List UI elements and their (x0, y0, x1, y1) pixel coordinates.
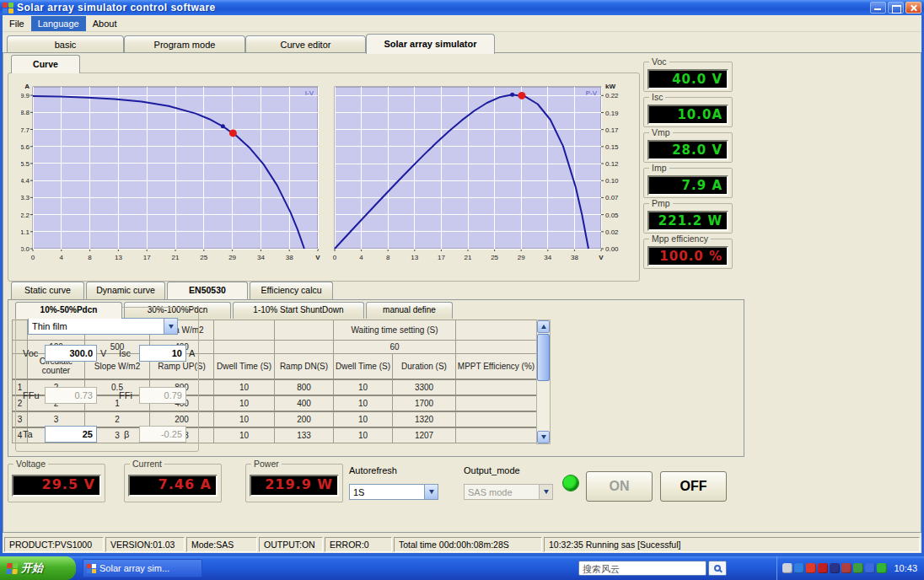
svg-text:38: 38 (286, 254, 293, 261)
isc-input[interactable] (139, 345, 186, 362)
tab-dynamic-curve[interactable]: Dynamic curve (86, 282, 165, 299)
shield-green-icon[interactable] (877, 563, 887, 573)
taskbar-item-solar-array[interactable]: Solar array sim... (83, 559, 202, 577)
output-display-value: 219.9 W (250, 475, 339, 497)
security-alert-icon[interactable] (806, 563, 816, 573)
tab-curve-editor[interactable]: Curve editor (245, 35, 366, 53)
tab-basic[interactable]: basic (7, 35, 124, 53)
search-input[interactable]: 搜索风云 (578, 561, 706, 576)
off-button[interactable]: OFF (660, 471, 727, 502)
window-edge (0, 15, 3, 553)
tab-curve[interactable]: Curve (11, 55, 80, 73)
tray-icons (782, 563, 887, 573)
preset-select[interactable]: Thin film (28, 318, 178, 335)
taskbar-clock: 10:43 (890, 563, 921, 573)
en50530-page: 10%-50%Pdcn 30%-100%Pdcn 1-10% Start Shu… (8, 299, 744, 457)
menu-about[interactable]: About (86, 16, 124, 31)
svg-text:2.2: 2.2 (21, 212, 30, 219)
tab-solar-array-simulator[interactable]: Solar array simulator (366, 34, 495, 54)
measurement-value: 100.0 % (647, 246, 728, 266)
table-scrollbar[interactable] (536, 320, 551, 444)
svg-text:13: 13 (411, 254, 418, 261)
autorefresh-value: 1S (350, 487, 424, 497)
svg-text:3.3: 3.3 (21, 194, 30, 201)
scroll-up-icon[interactable] (537, 320, 550, 333)
measurement-label: Voc (649, 56, 669, 67)
svg-text:25: 25 (200, 254, 207, 261)
svg-text:8: 8 (386, 254, 390, 261)
taskbar-search-toolbar: 搜索风云 (578, 561, 727, 576)
window-title: Solar array simulator control software (17, 2, 216, 13)
svg-text:0: 0 (333, 254, 337, 261)
svg-text:21: 21 (465, 254, 472, 261)
svg-text:6.6: 6.6 (21, 143, 30, 151)
menu-bar: File Language About (3, 15, 921, 32)
start-button[interactable]: 开始 (0, 556, 76, 580)
svg-text:I-V: I-V (305, 89, 314, 97)
tab-efficiency-calcu[interactable]: Efficiency calcu (250, 282, 333, 299)
update-icon[interactable] (841, 563, 851, 573)
tab-en50530[interactable]: EN50530 (167, 282, 248, 299)
measurement-isc: Isc10.0A (643, 97, 733, 127)
scrollbar-thumb[interactable] (537, 334, 550, 381)
tab-program-mode[interactable]: Program mode (124, 35, 245, 53)
svg-text:0.12: 0.12 (605, 160, 619, 168)
output-display-voltage: Voltage29.5 V (8, 464, 105, 502)
search-button[interactable] (708, 561, 727, 576)
tab-manual-define[interactable]: manual define (366, 302, 453, 319)
on-button[interactable]: ON (586, 471, 653, 502)
close-button[interactable] (905, 2, 921, 13)
ffu-input (45, 387, 97, 404)
messenger-icon[interactable] (830, 563, 840, 573)
tab-1-10-start-shutdown[interactable]: 1-10% Start ShuntDown (233, 302, 364, 319)
output-display-power: Power219.9 W (245, 464, 343, 502)
measurement-label: Imp (649, 163, 669, 173)
shield-blue-icon[interactable] (865, 563, 875, 573)
output-display-label: Voltage (13, 459, 48, 469)
autorefresh-select[interactable]: 1S (349, 484, 438, 500)
svg-text:38: 38 (571, 254, 578, 261)
beta-label: β (124, 429, 129, 439)
network-icon[interactable] (853, 563, 863, 573)
ime-icon[interactable] (794, 563, 804, 573)
status-version: VERSION:01.03 (105, 537, 185, 552)
column-header: MPPT Efficiency (%) (456, 354, 537, 379)
tab-static-curve[interactable]: Static curve (11, 282, 84, 299)
volume-icon[interactable] (782, 563, 792, 573)
download-icon[interactable] (818, 563, 828, 573)
svg-text:4.4: 4.4 (21, 177, 30, 185)
svg-text:0.10: 0.10 (605, 177, 619, 185)
output-display-value: 7.46 A (128, 475, 218, 497)
svg-text:0.07: 0.07 (605, 194, 619, 201)
measurement-vmp: Vmp28.0 V (643, 132, 733, 163)
menu-file[interactable]: File (3, 16, 31, 31)
svg-text:0.15: 0.15 (605, 143, 619, 151)
scroll-down-icon[interactable] (537, 431, 550, 443)
temperature-label: Ta (23, 429, 33, 439)
tab-10-50-pdcn[interactable]: 10%-50%Pdcn (15, 302, 122, 319)
svg-text:4: 4 (60, 254, 64, 261)
status-error: ERROR:0 (325, 537, 392, 552)
svg-text:A: A (24, 83, 30, 90)
menu-language[interactable]: Language (31, 16, 86, 31)
status-running-message: 10:32:35 Running sas [Sucessful] (544, 537, 920, 552)
measurement-imp: Imp7.9 A (643, 168, 733, 198)
measurement-label: Mpp efficiency (649, 234, 711, 244)
mpp-point (221, 124, 225, 128)
output-mode-select: SAS mode (464, 484, 553, 500)
svg-text:1.1: 1.1 (21, 228, 30, 236)
column-header: Dwell Time (S) (334, 354, 393, 379)
lower-tab-strip: Static curve Dynamic curve EN50530 Effic… (3, 282, 745, 300)
temperature-input[interactable] (45, 426, 97, 443)
svg-text:V: V (315, 254, 320, 261)
main-tab-strip: basic Program mode Curve editor Solar ar… (3, 34, 921, 53)
maximize-button[interactable] (888, 2, 904, 13)
status-mode: Mode:SAS (186, 537, 257, 552)
mpp-point (510, 93, 514, 97)
svg-text:0.22: 0.22 (605, 92, 619, 99)
voc-input[interactable] (45, 345, 97, 362)
minimize-button[interactable] (870, 2, 886, 13)
measurement-label: Isc (649, 92, 665, 102)
screen: Solar array simulator control software F… (0, 0, 924, 580)
chevron-down-icon (539, 485, 552, 499)
